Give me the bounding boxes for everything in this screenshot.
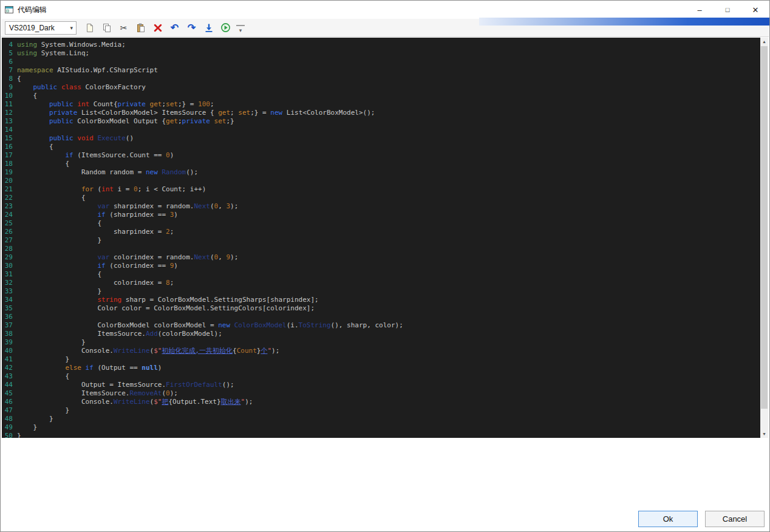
code-line-text [15,58,17,66]
editor-scrollbar[interactable]: ▲ ▼ [760,38,768,438]
code-line: 46 Console.WriteLine($"把{Output.Text}取出来… [2,398,760,406]
line-number: 17 [2,151,15,160]
code-line: 11 public int Count{private get;set;} = … [2,100,760,109]
redo-button[interactable]: ↷ [184,21,199,35]
code-line-text: } [15,355,69,364]
code-line: 21 for (int i = 0; i < Count; i++) [2,185,760,194]
code-line-text: using System.Linq; [15,49,89,58]
scroll-up-arrow[interactable]: ▲ [760,38,768,46]
run-play-icon [220,22,231,33]
code-line-text [15,126,17,134]
line-number: 15 [2,134,15,143]
line-number: 7 [2,66,15,75]
close-button[interactable]: ✕ [741,1,769,19]
minimize-button[interactable]: – [686,1,714,19]
line-number: 31 [2,270,15,279]
line-number: 10 [2,92,15,100]
code-line-text: ItemsSource.RemoveAt(0); [15,389,178,398]
code-line-text [15,313,17,321]
line-number: 22 [2,194,15,202]
code-line-text [15,177,17,185]
line-number: 5 [2,49,15,58]
code-line-text: namespace AIStudio.Wpf.CSharpScript [15,66,158,75]
code-line-text [15,245,17,253]
code-line: 39 } [2,338,760,347]
code-line: 20 [2,177,760,185]
chevron-down-icon: ▾ [70,25,73,31]
code-editor[interactable]: 4using System.Windows.Media;5using Syste… [2,38,768,438]
line-number: 32 [2,279,15,287]
code-line-text: public ColorBoxModel Output {get;private… [15,117,234,126]
code-line-text: Output = ItemsSource.FirstOrDefault(); [15,381,234,389]
scrollbar-thumb[interactable] [761,46,768,409]
scroll-down-arrow[interactable]: ▼ [760,430,768,438]
delete-button[interactable] [150,21,165,35]
copy-icon [102,23,112,33]
new-file-button[interactable] [82,21,97,35]
code-line-text: string sharp = ColorBoxModel.SettingShar… [15,296,319,304]
code-line-text: { [15,143,53,151]
code-line-text: { [15,270,101,279]
line-number: 44 [2,381,15,389]
line-number: 12 [2,109,15,117]
cancel-button[interactable]: Cancel [705,511,765,527]
line-number: 9 [2,83,15,92]
save-button[interactable] [201,21,216,35]
code-line: 8{ [2,75,760,83]
code-line: 25 { [2,219,760,228]
maximize-button[interactable]: □ [714,1,741,19]
code-line: 18 { [2,160,760,168]
line-number: 33 [2,287,15,296]
code-line: 16 { [2,143,760,151]
line-number: 4 [2,41,15,49]
cut-button[interactable]: ✂ [116,21,131,35]
code-line-text: public void Execute() [15,134,134,143]
copy-button[interactable] [99,21,114,35]
undo-button[interactable]: ↶ [167,21,182,35]
app-icon [5,5,14,15]
line-number: 16 [2,143,15,151]
code-line-text: colorindex = 8; [15,279,174,287]
code-line-text: public int Count{private get;set;} = 100… [15,100,214,109]
ok-button[interactable]: Ok [638,511,698,527]
code-line: 41 } [2,355,760,364]
code-edit-dialog: 代码编辑 – □ ✕ VS2019_Dark ▾ [0,0,770,532]
line-number: 24 [2,211,15,219]
code-line: 13 public ColorBoxModel Output {get;priv… [2,117,760,126]
toolbar-overflow-button[interactable]: ▾ [236,25,245,35]
line-number: 13 [2,117,15,126]
titlebar: 代码编辑 – □ ✕ [1,1,769,19]
paste-icon [136,23,146,33]
code-line: 23 var sharpindex = random.Next(0, 3); [2,202,760,211]
code-line: 6 [2,58,760,66]
code-line-text: { [15,160,69,168]
code-line-text: { [15,194,86,202]
code-line: 31 { [2,270,760,279]
code-line-text: using System.Windows.Media; [15,41,126,49]
paste-button[interactable] [133,21,148,35]
line-number: 19 [2,168,15,177]
code-line: 36 [2,313,760,321]
line-number: 41 [2,355,15,364]
code-line: 32 colorindex = 8; [2,279,760,287]
code-line-text: { [15,75,21,83]
code-line: 30 if (colorindex == 9) [2,262,760,270]
code-line: 15 public void Execute() [2,134,760,143]
line-number: 26 [2,228,15,236]
line-number: 40 [2,347,15,355]
line-number: 50 [2,432,15,438]
code-line: 49 } [2,423,760,432]
code-line-text: } [15,432,21,438]
code-line-text: { [15,372,69,381]
code-line-text: } [15,415,53,423]
theme-select[interactable]: VS2019_Dark ▾ [5,21,77,35]
code-line-text: } [15,338,86,347]
line-number: 29 [2,253,15,262]
code-line: 7namespace AIStudio.Wpf.CSharpScript [2,66,760,75]
code-lines[interactable]: 4using System.Windows.Media;5using Syste… [2,38,760,438]
code-line-text: } [15,423,37,432]
run-button[interactable] [218,21,233,35]
code-line-text: Color color = ColorBoxModel.SettingColor… [15,304,315,313]
code-line: 42 else if (Output == null) [2,364,760,372]
line-number: 34 [2,296,15,304]
